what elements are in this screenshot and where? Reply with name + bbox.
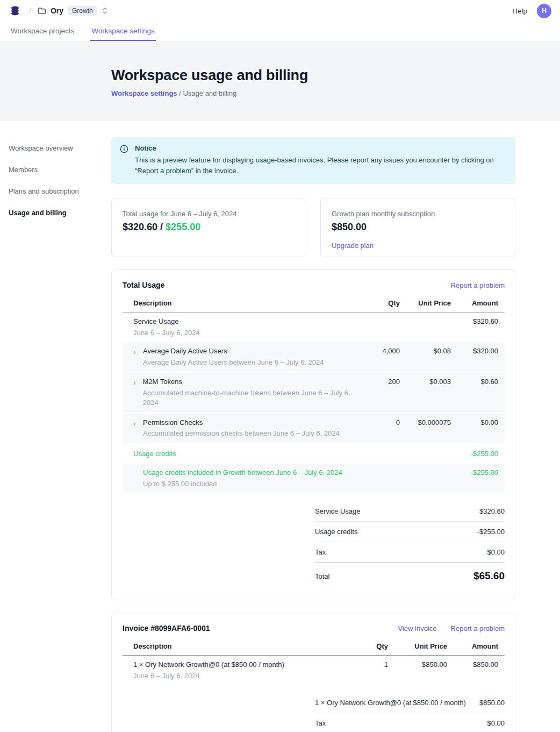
table-row-service-usage: Service Usage June 6 – July 6, 2024 $320…	[123, 312, 505, 342]
breadcrumb-current: Usage and billing	[183, 89, 236, 97]
row-qty: 1	[350, 660, 388, 669]
col-description: Description	[133, 299, 357, 307]
row-name: 1 × Ory Network Growth@0 (at $850.00 / m…	[133, 660, 284, 670]
total-usage-label: Total usage for June 6 – July 6, 2024	[123, 210, 295, 218]
page-hero: Workspace usage and billing Workspace se…	[0, 41, 560, 121]
help-link[interactable]: Help	[512, 7, 527, 15]
invoice-table-header: Description Qty Unit Price Amount	[123, 642, 505, 656]
breadcrumb-separator: /	[29, 6, 31, 15]
row-subtext: Up to $ 255.00 included	[143, 479, 342, 489]
row-subtext: Average Daily Active Users between June …	[143, 358, 324, 367]
tab-workspace-settings[interactable]: Workspace settings	[90, 22, 156, 41]
table-row-permission-checks: › Permission Checks Accumulated permissi…	[123, 414, 505, 444]
col-unit-price: Unit Price	[400, 299, 451, 307]
summary-value: $850.00	[479, 699, 505, 707]
row-qty: 200	[357, 377, 400, 386]
page-title: Workspace usage and billing	[111, 67, 560, 84]
chevron-right-icon[interactable]: ›	[133, 347, 139, 367]
row-amount: $0.60	[451, 377, 498, 386]
summary-value: $320.60	[479, 507, 505, 515]
row-subtext: Accumulated machine-to-machine tokens be…	[143, 388, 357, 408]
summary-label: Total	[315, 572, 329, 580]
workspace-plan-badge: Growth	[68, 6, 97, 16]
chevron-updown-icon	[102, 7, 108, 15]
summary-total-value: $65.60	[473, 570, 505, 582]
ory-logo-icon[interactable]	[9, 4, 21, 17]
row-qty: 0	[357, 418, 400, 427]
row-unit-price	[400, 468, 451, 468]
row-amount: $0.00	[451, 418, 498, 427]
usage-credit-value: $255.00	[166, 222, 200, 232]
col-amount: Amount	[447, 642, 498, 650]
view-invoice-link[interactable]: View invoice	[398, 624, 437, 632]
notice-body: This is a preview feature for displaying…	[135, 155, 501, 176]
usage-table-header: Description Qty Unit Price Amount	[123, 299, 505, 312]
row-amount: -$255.00	[451, 449, 498, 458]
summary-row-line-item: 1 × Ory Network Growth@0 (at $850.00 / m…	[315, 693, 505, 713]
row-unit-price	[400, 449, 451, 450]
col-qty: Qty	[357, 299, 400, 307]
plan-amount: $850.00	[332, 222, 504, 233]
row-qty	[357, 317, 400, 317]
row-amount: $320.00	[451, 346, 498, 355]
summary-label: Usage credits	[315, 528, 357, 536]
invoice-summary: 1 × Ory Network Growth@0 (at $850.00 / m…	[304, 693, 505, 732]
summary-row-service-usage: Service Usage $320.60	[315, 501, 505, 522]
notice-title: Notice	[135, 144, 501, 152]
row-name: Service Usage	[133, 317, 200, 327]
row-qty	[357, 449, 400, 450]
breadcrumb-settings-link[interactable]: Workspace settings	[111, 89, 177, 97]
usage-amount-value: $320.60	[123, 222, 157, 232]
total-usage-card: Total usage for June 6 – July 6, 2024 $3…	[111, 198, 306, 257]
invoice-panel: Invoice #8099AFA6-0001 View invoice Repo…	[111, 613, 515, 732]
summary-row-usage-credits: Usage credits -$255.00	[315, 522, 505, 542]
sidebar-item-usage-and-billing[interactable]: Usage and billing	[9, 205, 111, 227]
table-row-m2m-tokens: › M2M Tokens Accumulated machine-to-mach…	[123, 373, 505, 413]
summary-row-tax: Tax $0.00	[315, 713, 505, 732]
chevron-right-icon[interactable]: ›	[133, 378, 139, 408]
row-subtext: Accumulated permission checks between Ju…	[143, 429, 340, 438]
report-problem-link[interactable]: Report a problem	[451, 624, 505, 632]
report-problem-link[interactable]: Report a problem	[451, 281, 505, 289]
workspace-switcher[interactable]: Ory Growth	[38, 6, 108, 16]
preview-notice: Notice This is a preview feature for dis…	[111, 137, 515, 184]
row-name: Permission Checks	[143, 418, 340, 428]
sidebar-item-members[interactable]: Members	[9, 162, 111, 184]
summary-label: Tax	[315, 719, 326, 727]
usage-summary: Service Usage $320.60 Usage credits -$25…	[304, 501, 505, 588]
chevron-right-icon[interactable]: ›	[133, 418, 139, 439]
plan-subscription-card: Growth plan monthly subscription $850.00…	[320, 198, 515, 257]
sidebar-item-plans-and-subscription[interactable]: Plans and subscription	[9, 184, 111, 205]
user-avatar[interactable]: H	[537, 4, 551, 18]
total-usage-panel-title: Total Usage	[123, 281, 164, 289]
row-unit-price	[400, 317, 451, 317]
tab-workspace-projects[interactable]: Workspace projects	[10, 22, 75, 41]
row-qty	[357, 468, 400, 468]
row-name: Usage credits	[133, 449, 176, 459]
col-amount: Amount	[451, 299, 498, 307]
row-name: Average Daily Active Users	[143, 346, 324, 357]
summary-label: 1 × Ory Network Growth@0 (at $850.00 / m…	[315, 699, 466, 707]
summary-label: Tax	[315, 548, 326, 556]
row-unit-price: $0.000075	[400, 418, 451, 427]
info-icon	[120, 145, 128, 153]
col-description: Description	[133, 642, 350, 650]
row-unit-price: $850.00	[388, 660, 447, 669]
sidebar-item-workspace-overview[interactable]: Workspace overview	[9, 141, 111, 162]
row-subtext: June 6 – July 6, 2024	[133, 328, 200, 338]
settings-sidebar: Workspace overview Members Plans and sub…	[0, 137, 111, 732]
row-subtext: June 6 – July 6, 2024	[133, 671, 284, 681]
col-unit-price: Unit Price	[388, 642, 447, 650]
workspace-tabbar: Workspace projects Workspace settings	[0, 22, 560, 41]
folder-icon	[38, 6, 46, 15]
workspace-name: Ory	[51, 6, 63, 15]
row-name: M2M Tokens	[143, 377, 357, 387]
row-amount: $320.60	[451, 317, 498, 325]
invoice-title: Invoice #8099AFA6-0001	[123, 624, 210, 632]
row-unit-price: $0.08	[400, 346, 451, 355]
usage-table: Description Qty Unit Price Amount Servic…	[123, 299, 505, 494]
upgrade-plan-link[interactable]: Upgrade plan	[332, 241, 374, 250]
col-qty: Qty	[350, 642, 388, 650]
table-row-usage-credits: Usage credits -$255.00	[123, 444, 505, 464]
usage-amount-separator: /	[157, 222, 166, 232]
